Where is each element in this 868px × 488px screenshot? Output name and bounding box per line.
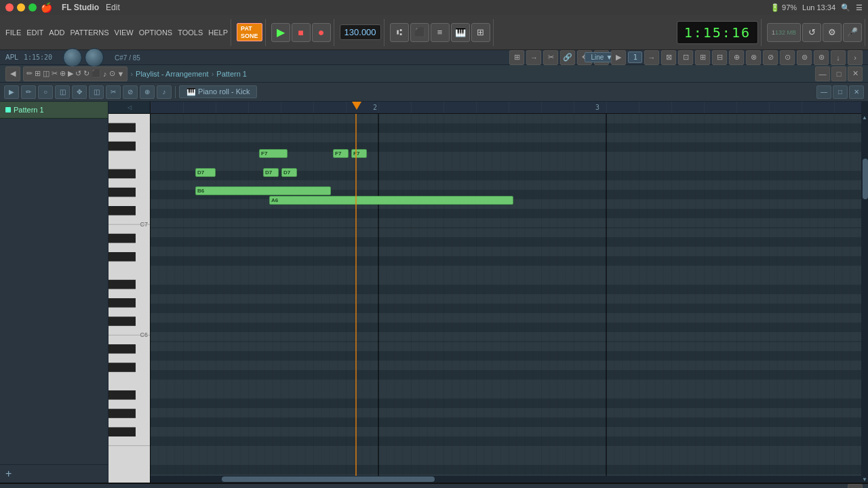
pr-zoom-btn[interactable]: ⊕ (140, 85, 155, 99)
browser-btn[interactable]: ⊞ (471, 23, 490, 42)
pr-stamp-btn[interactable]: ◫ (55, 85, 70, 99)
note-d7-2[interactable]: D7 (263, 168, 279, 177)
line-mode[interactable]: Line ▼ (594, 50, 609, 65)
pitch-wheel[interactable] (63, 48, 82, 67)
pr-minimize[interactable]: — (816, 85, 831, 99)
note-d7-3[interactable]: D7 (281, 168, 297, 177)
pr-mute-btn[interactable]: ⊘ (123, 85, 138, 99)
pattern-1-item[interactable]: Pattern 1 (0, 102, 108, 119)
icon-group5[interactable]: ⊕ (729, 50, 744, 65)
pr-close[interactable]: ✕ (849, 85, 864, 99)
beat-counter[interactable]: 1 (628, 52, 642, 63)
close-button[interactable] (5, 3, 14, 12)
icon-tool3[interactable]: ✂ (543, 50, 558, 65)
nav-stamp-icon: ◫ (43, 69, 50, 78)
mixer-btn[interactable]: ≡ (431, 23, 450, 42)
app-menu[interactable]: Edit (106, 3, 120, 12)
pr-cut-btn[interactable]: ✂ (106, 85, 121, 99)
note-f7-2[interactable]: F7 (333, 149, 349, 158)
h-scrollbar-thumb[interactable] (222, 476, 435, 482)
menu-help[interactable]: HELP (208, 28, 228, 37)
nav-maximize[interactable]: □ (831, 66, 846, 81)
control-expand-right[interactable]: › (848, 484, 863, 489)
piano-keys-panel[interactable]: C7 C6 (108, 114, 151, 483)
scroll-down-btn[interactable]: ▼ (862, 476, 867, 483)
pr-maximize[interactable]: □ (833, 85, 848, 99)
piano-roll-btn[interactable]: 🎹 (451, 23, 470, 42)
maximize-button[interactable] (28, 3, 37, 12)
icon-group10[interactable]: ⊛ (814, 50, 829, 65)
menu-view[interactable]: VIEW (115, 28, 134, 37)
refresh-btn[interactable]: ↺ (802, 23, 821, 42)
icon-group4[interactable]: ⊟ (712, 50, 727, 65)
nav-tools[interactable]: ✏ ⊞ ◫ ✂ ⊕ ▶ ↺ ↻ ⬛ ♪ ⊙ ▼ (23, 66, 127, 81)
icon-tool4[interactable]: 🔗 (560, 50, 575, 65)
minimize-button[interactable] (17, 3, 25, 12)
nav-pattern[interactable]: Pattern 1 (216, 70, 247, 78)
cpu-btn[interactable]: 1132 MB (767, 23, 801, 42)
icon-arrow-r[interactable]: → (644, 50, 659, 65)
list-icon[interactable]: ☰ (856, 3, 863, 12)
timeline-ruler: 2 3 (151, 102, 861, 114)
icon-group8[interactable]: ⊙ (780, 50, 795, 65)
svg-rect-1 (108, 123, 136, 133)
nav-minimize[interactable]: — (815, 66, 830, 81)
transport-group: ▶ ■ ● (269, 19, 334, 46)
pr-move-btn[interactable]: ✥ (72, 85, 87, 99)
pattern-btn[interactable]: ⬛ (410, 23, 429, 42)
mic-btn[interactable]: 🎤 (843, 23, 862, 42)
pat-button[interactable]: PATSONE (237, 23, 262, 42)
icon-tool2[interactable]: → (526, 50, 541, 65)
pr-play-btn[interactable]: ▶ (4, 85, 19, 99)
h-scrollbar[interactable] (151, 476, 861, 483)
pr-circle-btn[interactable]: ○ (38, 85, 53, 99)
note-f7-3[interactable]: F7 (351, 149, 367, 158)
pr-speaker-btn[interactable]: ♪ (157, 85, 172, 99)
search-icon[interactable]: 🔍 (841, 3, 850, 12)
icon-group7[interactable]: ⊘ (763, 50, 778, 65)
menu-tools[interactable]: TOOLS (178, 28, 203, 37)
settings-btn[interactable]: ⚙ (823, 23, 842, 42)
grid-content[interactable]: F7 F7 F7 D7 D7 D7 (151, 114, 861, 476)
expand-right-icon[interactable]: › (848, 50, 863, 65)
nav-close[interactable]: ✕ (848, 66, 863, 81)
menu-patterns[interactable]: PATTERNS (71, 28, 109, 37)
pr-pencil-btn[interactable]: ✏ (21, 85, 36, 99)
menu-add[interactable]: ADD (49, 28, 64, 37)
apple-menu[interactable]: 🍎 (41, 2, 52, 13)
v-scrollbar-thumb[interactable] (863, 159, 868, 199)
note-f7-1[interactable]: F7 (259, 149, 288, 158)
icon-group3[interactable]: ⊞ (695, 50, 710, 65)
icon-tool1[interactable]: ⊞ (509, 50, 524, 65)
nav-prev[interactable]: ◀ (5, 66, 20, 81)
menu-options[interactable]: OPTIONS (139, 28, 173, 37)
menu-edit[interactable]: Edit (106, 3, 120, 12)
window-controls[interactable] (5, 3, 37, 12)
pattern-1-color (5, 107, 11, 113)
scroll-up-btn[interactable]: ▲ (862, 114, 867, 121)
stop-button[interactable]: ■ (292, 23, 311, 42)
add-pattern-button[interactable]: + (5, 468, 12, 479)
icon-group6[interactable]: ⊗ (746, 50, 761, 65)
note-b6[interactable]: B6 (195, 186, 331, 195)
playback-icon[interactable]: ▶ (611, 50, 626, 65)
nav-playlist[interactable]: Playlist - Arrangement (136, 70, 209, 78)
time-display: 1:15:16 (677, 21, 758, 44)
note-a6[interactable]: A6 (269, 196, 513, 205)
play-button[interactable]: ▶ (271, 23, 290, 42)
icon-group9[interactable]: ⊚ (797, 50, 812, 65)
icon-group2[interactable]: ⊡ (678, 50, 693, 65)
bpm-display[interactable]: 130.000 (340, 24, 381, 40)
record-button[interactable]: ● (312, 23, 331, 42)
position-display: 1:15:20 (24, 54, 52, 61)
timeline-row: ◁ 2 3 (108, 102, 868, 114)
v-scrollbar[interactable]: ▲ ▼ (861, 114, 868, 483)
icon-group1[interactable]: ⊠ (661, 50, 676, 65)
metronome-btn[interactable]: ⑆ (390, 23, 409, 42)
icon-group11[interactable]: ↓ (831, 50, 846, 65)
menu-edit[interactable]: EDIT (26, 28, 43, 37)
menu-file[interactable]: FILE (5, 28, 21, 37)
note-d7-1[interactable]: D7 (195, 168, 216, 177)
pr-select-btn[interactable]: ◫ (89, 85, 104, 99)
mod-wheel[interactable] (85, 48, 104, 67)
